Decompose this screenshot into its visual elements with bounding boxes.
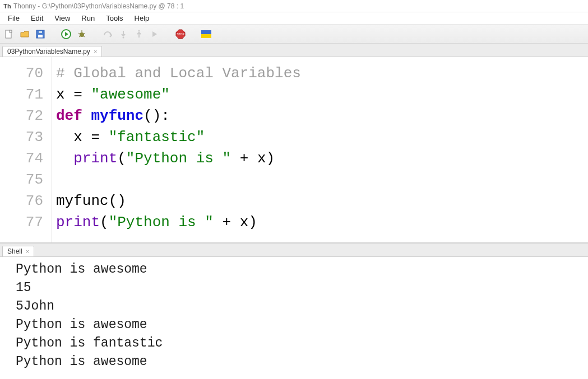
code-line[interactable]: # Global and Local Variables: [56, 63, 588, 84]
code-line[interactable]: [56, 169, 588, 190]
editor-tab-bar: 03PythonVariablesName.py ×: [0, 44, 588, 57]
editor-tab[interactable]: 03PythonVariablesName.py ×: [2, 46, 102, 57]
stop-icon[interactable]: STOP: [175, 29, 186, 40]
app-logo-icon: Th: [3, 2, 11, 10]
step-over-icon[interactable]: [102, 29, 113, 40]
code-area[interactable]: # Global and Local Variablesx = "awesome…: [52, 57, 588, 242]
line-number: 74: [0, 148, 43, 169]
resume-icon[interactable]: [149, 29, 160, 40]
shell-tab-label: Shell: [7, 247, 22, 255]
editor-tab-label: 03PythonVariablesName.py: [7, 48, 90, 55]
svg-rect-3: [38, 35, 43, 38]
svg-text:STOP: STOP: [177, 32, 184, 36]
line-number: 71: [0, 84, 43, 105]
shell-output[interactable]: Python is awesome155JohnPython is awesom…: [0, 257, 588, 379]
flag-icon[interactable]: [201, 29, 212, 40]
shell-line: Python is awesome: [16, 260, 582, 279]
shell-line: 5John: [16, 297, 582, 316]
code-line[interactable]: print("Python is " + x): [56, 212, 588, 233]
svg-rect-16: [201, 30, 211, 34]
title-bar: Th Thonny - G:\Python\03PythonVariablesN…: [0, 0, 588, 12]
menu-view[interactable]: View: [50, 13, 75, 24]
line-number: 76: [0, 190, 43, 212]
menu-edit[interactable]: Edit: [26, 13, 48, 24]
svg-rect-1: [10, 30, 12, 32]
open-file-icon[interactable]: [19, 29, 30, 40]
line-number: 75: [0, 169, 43, 190]
close-shell-tab-icon[interactable]: ×: [26, 248, 29, 255]
menu-run[interactable]: Run: [77, 13, 99, 24]
new-file-icon[interactable]: [3, 29, 15, 40]
run-icon[interactable]: [61, 29, 72, 40]
line-number: 72: [0, 105, 43, 127]
debug-icon[interactable]: [76, 29, 87, 40]
code-line[interactable]: x = "awesome": [56, 84, 588, 105]
shell-line: 15: [16, 279, 582, 297]
shell-tab[interactable]: Shell ×: [2, 246, 34, 256]
code-line[interactable]: def myfunc():: [56, 105, 588, 127]
line-number-gutter: 7071727374757677: [0, 57, 52, 242]
svg-point-13: [138, 30, 140, 31]
menu-help[interactable]: Help: [130, 13, 154, 24]
step-into-icon[interactable]: [118, 29, 129, 40]
line-number: 73: [0, 127, 43, 148]
menu-tools[interactable]: Tools: [101, 13, 127, 24]
step-out-icon[interactable]: [133, 29, 145, 40]
save-file-icon[interactable]: [35, 29, 46, 40]
code-editor[interactable]: 7071727374757677 # Global and Local Vari…: [0, 57, 588, 242]
svg-rect-17: [201, 34, 211, 38]
svg-point-12: [123, 36, 124, 38]
code-line[interactable]: x = "fantastic": [56, 127, 588, 148]
code-line[interactable]: myfunc(): [56, 190, 588, 212]
shell-line: Python is awesome: [16, 353, 582, 371]
close-tab-icon[interactable]: ×: [94, 48, 97, 55]
shell-tab-bar: Shell ×: [0, 244, 588, 257]
shell-line: Python is awesome: [16, 316, 582, 334]
window-title: Thonny - G:\Python\03PythonVariablesName…: [13, 2, 184, 10]
code-line[interactable]: print("Python is " + x): [56, 148, 588, 169]
toolbar: STOP: [0, 25, 588, 44]
menu-bar: File Edit View Run Tools Help: [0, 12, 588, 25]
line-number: 77: [0, 212, 43, 233]
shell-line: Python is fantastic: [16, 334, 582, 353]
line-number: 70: [0, 63, 43, 84]
svg-rect-4: [39, 31, 42, 33]
menu-file[interactable]: File: [3, 13, 24, 24]
